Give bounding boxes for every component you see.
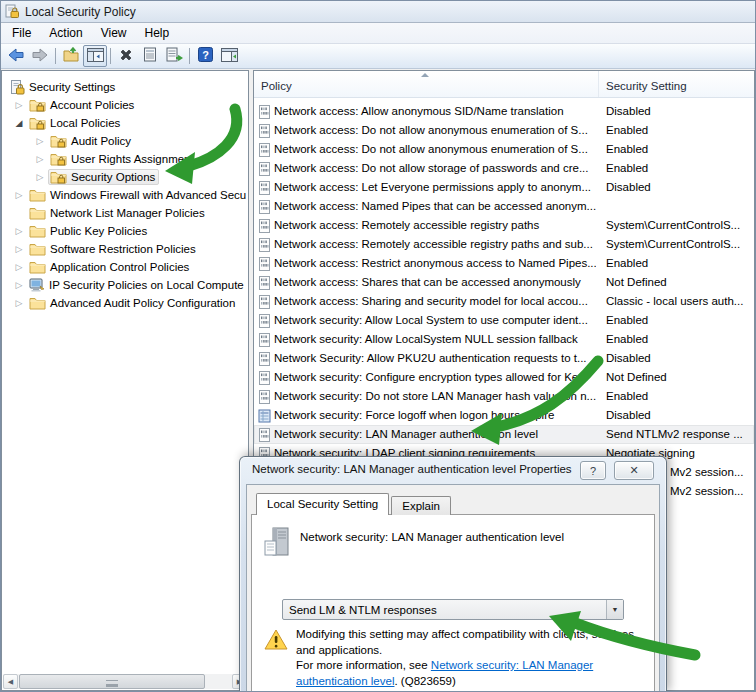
tree-node[interactable]: Security Settings (8, 79, 119, 96)
policy-row[interactable]: Network security: Do not store LAN Manag… (254, 387, 754, 406)
tree-node[interactable]: Windows Firewall with Advanced Secu (27, 187, 249, 203)
folder-icon (29, 188, 46, 202)
tree-node[interactable]: IP Security Policies on Local Compute (27, 277, 248, 293)
collapsed-expander-icon[interactable]: ▷ (11, 244, 27, 254)
policy-row[interactable]: Network access: Shares that can be acces… (254, 273, 754, 292)
tree-node[interactable]: User Rights Assignment (48, 151, 198, 167)
policy-row[interactable]: Network access: Restrict anonymous acces… (254, 254, 754, 273)
tree-node[interactable]: Account Policies (27, 97, 138, 113)
tree-item-network-list-manager-policies[interactable]: Network List Manager Policies (2, 204, 248, 222)
tree-item-security-settings[interactable]: Security Settings (2, 78, 248, 96)
policy-row[interactable]: Network access: Do not allow anonymous e… (254, 140, 754, 159)
more-info-link-line2[interactable]: authentication level (296, 675, 394, 687)
collapsed-expander-icon[interactable]: ▷ (11, 226, 27, 236)
policy-doc-icon (258, 181, 271, 197)
policy-row[interactable]: Network access: Remotely accessible regi… (254, 235, 754, 254)
export-list-button[interactable] (162, 45, 186, 67)
policy-doc-icon (258, 124, 271, 140)
console-tree-toggle-button[interactable] (83, 45, 107, 67)
more-info-link-line1[interactable]: Network security: LAN Manager (431, 659, 593, 671)
scrollbar-thumb[interactable] (19, 674, 205, 689)
tree-node[interactable]: Advanced Audit Policy Configuration (27, 295, 239, 311)
tree-node[interactable]: Public Key Policies (27, 223, 151, 239)
security-setting-cell: System\CurrentControlS... (606, 219, 755, 231)
policy-doc-icon (258, 162, 271, 178)
policy-row[interactable]: Network access: Allow anonymous SID/Name… (254, 102, 754, 121)
help-button[interactable]: ? (193, 45, 217, 67)
expanded-expander-icon[interactable]: ◢ (11, 118, 27, 128)
tab-local-security-setting[interactable]: Local Security Setting (256, 493, 389, 515)
policy-row[interactable]: Network access: Remotely accessible regi… (254, 216, 754, 235)
dropdown-arrow-icon[interactable]: ▼ (606, 600, 623, 619)
security-setting-cell: System\CurrentControlS... (606, 238, 755, 250)
authentication-level-dropdown[interactable]: Send LM & NTLM responses ▼ (282, 599, 624, 620)
collapsed-expander-icon[interactable]: ▷ (32, 172, 48, 182)
column-header-policy[interactable]: Policy (254, 71, 599, 97)
tree-node[interactable]: Application Control Policies (27, 259, 193, 275)
collapsed-expander-icon[interactable]: ▷ (32, 136, 48, 146)
tree-item-windows-firewall-with-advanced-secu[interactable]: ▷Windows Firewall with Advanced Secu (2, 186, 248, 204)
menu-view[interactable]: View (92, 23, 136, 43)
tree-item-user-rights-assignment[interactable]: ▷User Rights Assignment (2, 150, 248, 168)
tab-strip: Local Security SettingExplain (256, 493, 451, 515)
menu-help[interactable]: Help (136, 23, 179, 43)
security-policy-app-icon (5, 4, 20, 19)
security-setting-cell: Enabled (606, 314, 755, 326)
delete-button[interactable] (114, 45, 138, 67)
column-header-security-setting[interactable]: Security Setting (599, 71, 687, 97)
policy-row[interactable]: Network access: Let Everyone permissions… (254, 178, 754, 197)
menu-action[interactable]: Action (40, 23, 91, 43)
dialog-close-button[interactable]: ✕ (614, 461, 654, 480)
tree-item-security-options[interactable]: ▷Security Options (2, 168, 248, 186)
tree-item-advanced-audit-policy-configuration[interactable]: ▷Advanced Audit Policy Configuration (2, 294, 248, 312)
dialog-help-button[interactable]: ? (580, 461, 606, 480)
computer-icon (29, 278, 45, 292)
properties-dialog: Network security: LAN Manager authentica… (239, 456, 667, 692)
policy-row[interactable]: Network Security: Allow PKU2U authentica… (254, 349, 754, 368)
forward-arrow-button[interactable] (28, 45, 52, 67)
folder-icon (29, 224, 46, 238)
tree-item-account-policies[interactable]: ▷Account Policies (2, 96, 248, 114)
tree-node[interactable]: Security Options (48, 169, 159, 185)
collapsed-expander-icon[interactable]: ▷ (11, 190, 27, 200)
properties-button[interactable] (138, 45, 162, 67)
policy-row[interactable]: Network security: Allow LocalSystem NULL… (254, 330, 754, 349)
collapsed-expander-icon[interactable]: ▷ (11, 280, 27, 290)
policy-row[interactable]: Network security: Force logoff when logo… (254, 406, 754, 425)
export-folder-button[interactable] (59, 45, 83, 67)
policy-row[interactable]: Network access: Do not allow storage of … (254, 159, 754, 178)
tree-item-public-key-policies[interactable]: ▷Public Key Policies (2, 222, 248, 240)
tree-item-application-control-policies[interactable]: ▷Application Control Policies (2, 258, 248, 276)
tree-item-local-policies[interactable]: ◢Local Policies (2, 114, 248, 132)
collapsed-expander-icon[interactable]: ▷ (11, 298, 27, 308)
tree-node[interactable]: Local Policies (27, 115, 124, 131)
policy-row[interactable]: Network access: Sharing and security mod… (254, 292, 754, 311)
policy-cell: Network access: Shares that can be acces… (274, 276, 596, 288)
action-pane-toggle-icon (221, 48, 238, 65)
policy-row[interactable]: Network security: Configure encryption t… (254, 368, 754, 387)
collapsed-expander-icon[interactable]: ▷ (11, 262, 27, 272)
tree-horizontal-scrollbar[interactable]: ◀ ▶ (3, 674, 247, 689)
tab-explain[interactable]: Explain (391, 496, 451, 515)
tree-item-software-restriction-policies[interactable]: ▷Software Restriction Policies (2, 240, 248, 258)
tree-item-audit-policy[interactable]: ▷Audit Policy (2, 132, 248, 150)
policy-row[interactable]: Network security: Allow Local System to … (254, 311, 754, 330)
dialog-client-area: Local Security SettingExplain (246, 484, 660, 692)
dialog-title: Network security: LAN Manager authentica… (252, 463, 574, 475)
tree-item-ip-security-policies-on-local-compute[interactable]: ▷IP Security Policies on Local Compute (2, 276, 248, 294)
policy-row[interactable]: Network access: Named Pipes that can be … (254, 197, 754, 216)
collapsed-expander-icon[interactable]: ▷ (11, 100, 27, 110)
security-setting-cell: Enabled (606, 390, 755, 402)
warning-text: Modifying this setting may affect compat… (296, 627, 636, 689)
scroll-left-button[interactable]: ◀ (3, 674, 18, 689)
back-arrow-button[interactable] (4, 45, 28, 67)
tree-item-label: User Rights Assignment (71, 153, 194, 165)
policy-row[interactable]: Network access: Do not allow anonymous e… (254, 121, 754, 140)
collapsed-expander-icon[interactable]: ▷ (32, 154, 48, 164)
menu-file[interactable]: File (3, 23, 40, 43)
policy-row[interactable]: Network security: LAN Manager authentica… (254, 425, 754, 444)
tree-node[interactable]: Audit Policy (48, 133, 135, 149)
tree-node[interactable]: Software Restriction Policies (27, 241, 200, 257)
action-pane-toggle-button[interactable] (217, 45, 241, 67)
tree-node[interactable]: Network List Manager Policies (27, 205, 209, 221)
